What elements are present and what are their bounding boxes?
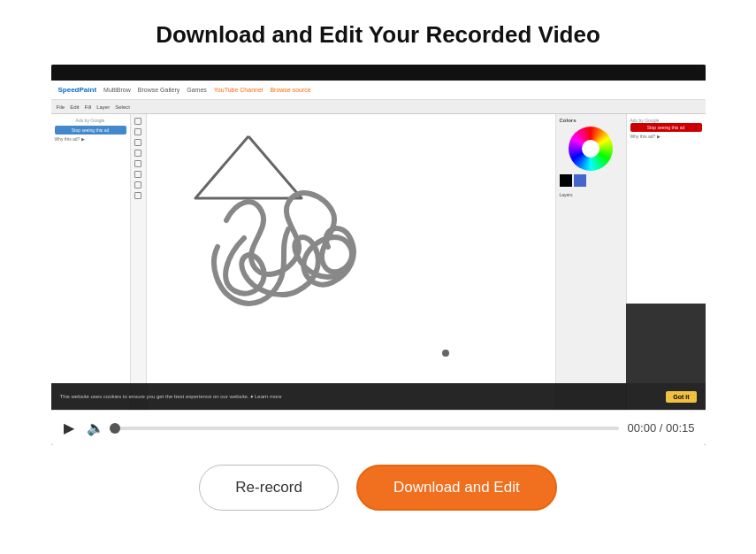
page-title: Download and Edit Your Recorded Video [156,21,600,49]
dark-overlay-patch [626,304,706,383]
color-swatches [560,174,622,187]
toolbar-fill: Fill [85,104,92,110]
nav-gallery: Browse Gallery [138,87,179,93]
progress-thumb[interactable] [110,423,120,434]
play-button[interactable]: ▶ [62,418,76,438]
colors-label: Colors [560,118,622,123]
color-wheel[interactable] [569,127,613,171]
tool-icon-1[interactable] [134,118,141,125]
cookie-banner: This website uses cookies to ensure you … [51,383,706,410]
left-stop-ad-btn[interactable]: Stop seeing this ad [55,126,126,135]
right-ad-why: Why this ad? ▶ [630,134,702,139]
cookie-text: This website uses cookies to ensure you … [60,394,660,399]
app-logo: SpeedPaint [58,86,97,94]
swatch-blue[interactable] [574,174,586,187]
tool-icon-4[interactable] [134,150,141,157]
volume-button[interactable]: 🔈 [85,418,106,438]
video-container: SpeedPaint MultiBrow Browse Gallery Game… [51,65,706,445]
download-edit-button[interactable]: Download and Edit [356,465,557,511]
right-stop-ad-btn[interactable]: Stop seeing this ad [630,123,702,132]
toolbar-edit: Edit [70,104,79,110]
left-ad-label: Ads by Google [55,118,126,123]
tool-icon-5[interactable] [134,160,141,167]
video-controls: ▶ 🔈 00:00 / 00:15 [51,410,706,445]
layers-label: Layers [560,192,622,197]
tool-icon-2[interactable] [134,128,141,135]
tool-icon-3[interactable] [134,139,141,146]
tool-icon-bar [131,114,147,410]
app-topbar [51,65,706,81]
rerecord-button[interactable]: Re-record [199,465,339,511]
tool-icon-8[interactable] [134,192,141,199]
nav-games: Games [187,87,207,93]
color-wheel-inner [582,140,599,158]
app-toolbar: File Edit Fill Layer Select [51,100,706,114]
drawing-canvas[interactable] [147,114,555,410]
toolbar-file: File [57,104,65,110]
toolbar-layer: Layer [96,104,110,110]
swatch-black[interactable] [560,174,572,187]
canvas-dot [442,350,449,357]
time-display: 00:00 / 00:15 [628,421,695,435]
got-it-button[interactable]: Got it [666,391,696,403]
tool-icon-6[interactable] [134,171,141,178]
video-screen: SpeedPaint MultiBrow Browse Gallery Game… [51,65,706,410]
progress-bar[interactable] [115,427,619,430]
toolbar-select: Select [115,104,130,110]
left-ad-panel: Ads by Google Stop seeing this ad Why th… [51,114,131,410]
app-screenshot: SpeedPaint MultiBrow Browse Gallery Game… [51,65,706,410]
right-color-panel: Colors Layers [555,114,626,410]
tool-icon-7[interactable] [134,181,141,189]
nav-source: Browse source [270,87,310,93]
nav-youtube: YouTube Channel [214,87,263,93]
scribble-drawing [173,167,421,327]
left-ad-why: Why this ad? ▶ [55,136,126,142]
app-nav: SpeedPaint MultiBrow Browse Gallery Game… [51,81,706,100]
action-buttons: Re-record Download and Edit [199,465,556,511]
app-workspace: Ads by Google Stop seeing this ad Why th… [51,114,706,410]
nav-multibrow: MultiBrow [103,87,131,93]
